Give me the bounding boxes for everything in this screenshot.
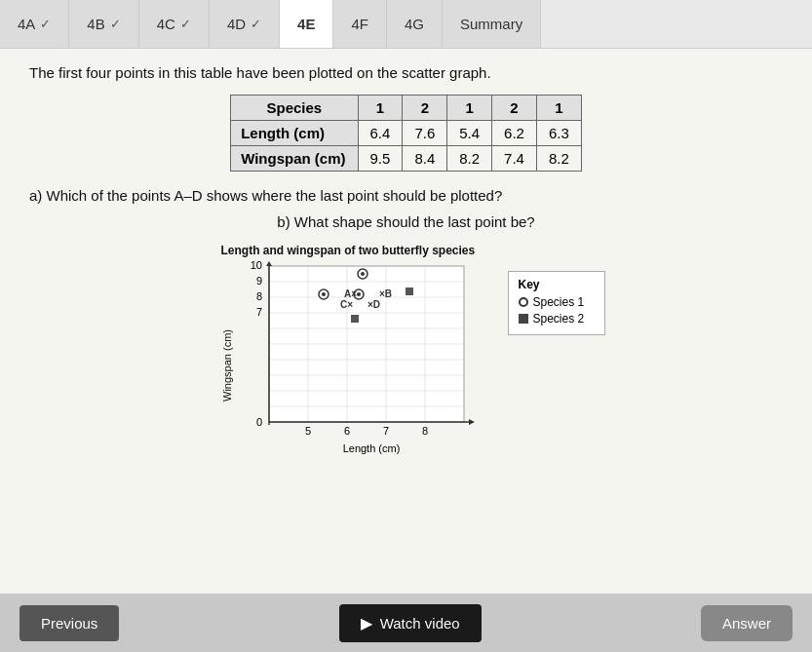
col-header-1c: 1 — [536, 96, 581, 121]
tab-4e-label: 4E — [297, 16, 315, 32]
tab-summary-label: Summary — [460, 16, 522, 32]
wingspan-4: 7.4 — [492, 146, 537, 172]
check-4c: ✓ — [180, 17, 191, 31]
check-4d: ✓ — [251, 17, 261, 31]
x-tick-8: 8 — [421, 425, 427, 437]
y-tick-8: 8 — [255, 290, 261, 302]
question-b: b) What shape should the last point be? — [29, 213, 783, 230]
row-label-wingspan: Wingspan (cm) — [231, 146, 358, 172]
chart-key: Key Species 1 Species 2 — [508, 271, 605, 335]
x-axis-arrow — [469, 419, 475, 425]
data-point-s2-1 — [406, 288, 413, 295]
key-title: Key — [519, 278, 595, 291]
data-point-s1-3-dot — [357, 292, 361, 296]
table-row-wingspan: Wingspan (cm) 9.5 8.4 8.2 7.4 8.2 — [231, 146, 582, 172]
tab-4d[interactable]: 4D ✓ — [210, 0, 280, 48]
col-header-1a: 1 — [358, 96, 403, 121]
answer-button[interactable]: Answer — [701, 605, 793, 641]
key-species2-label: Species 2 — [533, 312, 585, 326]
tab-4b-label: 4B — [87, 16, 104, 32]
data-point-s2-2 — [351, 315, 359, 323]
wingspan-2: 8.4 — [403, 146, 447, 172]
tab-4f[interactable]: 4F — [333, 0, 387, 48]
wingspan-1: 9.5 — [358, 146, 403, 172]
label-d: ×D — [367, 299, 380, 310]
label-a: A× — [344, 288, 357, 299]
tab-4a[interactable]: 4A ✓ — [0, 0, 69, 48]
tab-4e[interactable]: 4E — [280, 0, 333, 48]
length-5: 6.3 — [536, 121, 581, 146]
key-circle-icon — [519, 297, 528, 307]
previous-button[interactable]: Previous — [19, 605, 119, 641]
wingspan-5: 8.2 — [536, 146, 581, 172]
y-axis-arrow — [266, 261, 272, 266]
y-tick-10: 10 — [250, 261, 261, 271]
col-header-2b: 2 — [492, 96, 537, 121]
col-header-species: Species — [231, 96, 358, 121]
col-header-2a: 2 — [403, 96, 447, 121]
scatter-chart: 10 9 8 7 0 5 6 7 8 — [235, 261, 488, 466]
tab-4g[interactable]: 4G — [387, 0, 443, 48]
main-content: The first four points in this table have… — [0, 49, 812, 604]
y-axis-label: Wingspan (cm) — [221, 329, 233, 402]
tab-4b[interactable]: 4B ✓ — [69, 0, 138, 48]
chart-container: Length and wingspan of two butterfly spe… — [221, 244, 592, 470]
video-icon: ▶ — [361, 614, 372, 633]
chart-section: Length and wingspan of two butterfly spe… — [29, 244, 783, 470]
key-item-species2: Species 2 — [519, 312, 595, 326]
tab-4a-label: 4A — [18, 16, 35, 32]
x-axis-label: Length (cm) — [342, 442, 400, 454]
key-square-icon — [519, 314, 528, 324]
label-b: ×B — [379, 288, 392, 299]
tab-summary[interactable]: Summary — [443, 0, 541, 48]
label-c: C× — [340, 299, 353, 310]
table-row-length: Length (cm) 6.4 7.6 5.4 6.2 6.3 — [231, 121, 582, 146]
x-tick-6: 6 — [343, 425, 349, 437]
top-navigation: 4A ✓ 4B ✓ 4C ✓ 4D ✓ 4E 4F 4G Summary — [0, 0, 812, 49]
bottom-bar: Previous ▶ Watch video Answer — [0, 594, 812, 652]
row-label-length: Length (cm) — [231, 121, 358, 146]
chart-area: Wingspan (cm) — [221, 261, 592, 470]
data-table-wrapper: Species 1 2 1 2 1 Length (cm) 6.4 7.6 5.… — [29, 95, 783, 172]
x-tick-5: 5 — [304, 425, 310, 437]
col-header-1b: 1 — [447, 96, 492, 121]
key-species1-label: Species 1 — [533, 295, 585, 309]
key-item-species1: Species 1 — [519, 295, 595, 309]
check-4b: ✓ — [110, 17, 121, 31]
tab-4c-label: 4C — [157, 16, 175, 32]
length-1: 6.4 — [358, 121, 403, 146]
chart-title: Length and wingspan of two butterfly spe… — [221, 244, 592, 257]
chart-svg-wrapper: 10 9 8 7 0 5 6 7 8 — [235, 261, 488, 470]
data-point-s1-1-dot — [361, 272, 365, 276]
x-tick-7: 7 — [382, 425, 388, 437]
y-tick-9: 9 — [255, 275, 261, 287]
y-tick-0: 0 — [255, 416, 261, 428]
check-4a: ✓ — [40, 17, 51, 31]
species-table: Species 1 2 1 2 1 Length (cm) 6.4 7.6 5.… — [230, 95, 582, 172]
y-tick-7: 7 — [255, 306, 261, 318]
length-3: 5.4 — [447, 121, 492, 146]
tab-4g-label: 4G — [405, 16, 424, 32]
watch-video-button[interactable]: ▶ Watch video — [339, 604, 482, 642]
tab-4f-label: 4F — [351, 16, 368, 32]
length-4: 6.2 — [492, 121, 537, 146]
length-2: 7.6 — [403, 121, 447, 146]
tab-4c[interactable]: 4C ✓ — [139, 0, 210, 48]
question-a: a) Which of the points A–D shows where t… — [29, 187, 783, 204]
intro-text: The first four points in this table have… — [29, 64, 783, 81]
wingspan-3: 8.2 — [447, 146, 492, 172]
watch-video-label: Watch video — [380, 615, 460, 632]
tab-4d-label: 4D — [227, 16, 246, 32]
data-point-s1-2-dot — [322, 292, 326, 296]
